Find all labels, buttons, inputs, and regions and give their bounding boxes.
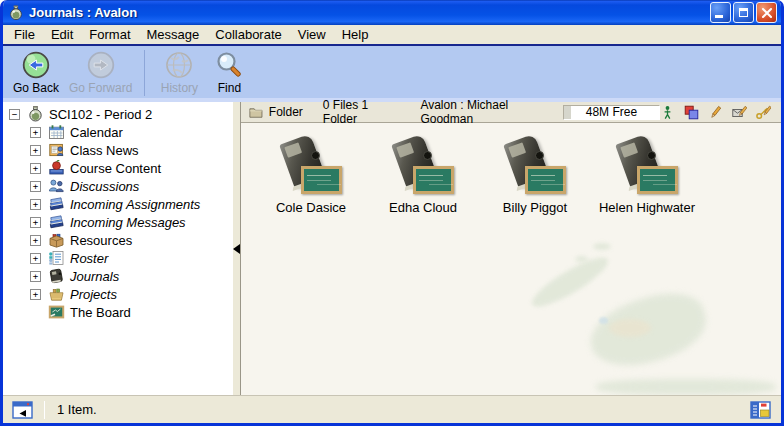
go-forward-button[interactable]: Go Forward (64, 49, 137, 95)
journal-item-billy-piggot[interactable]: Billy Piggot (479, 137, 591, 215)
map-watermark (527, 250, 614, 314)
roster-list-icon (48, 250, 65, 266)
expand-expander[interactable]: + (30, 235, 41, 246)
tree-item-label: Calendar (70, 125, 123, 140)
status-bar: 1 Item. (3, 395, 781, 423)
journal-chalkboard-icon (277, 137, 345, 197)
tree-item-class-news[interactable]: + Class News (30, 141, 233, 159)
journal-item-cole-dasice[interactable]: Cole Dasice (255, 137, 367, 215)
find-label: Find (218, 81, 241, 95)
key-pencil-icon[interactable] (756, 105, 771, 120)
tree-item-label: Incoming Messages (70, 215, 186, 230)
tree-item-calendar[interactable]: + Calendar (30, 123, 233, 141)
history-button[interactable]: History (154, 49, 204, 95)
folder-counts-label: 0 Files 1 Folder (323, 98, 395, 126)
journal-book-icon (48, 268, 65, 284)
expand-expander[interactable]: + (30, 163, 41, 174)
course-tree: − SCI102 - Period 2 + Calendar + Class N… (3, 102, 233, 395)
title-bar[interactable]: Journals : Avalon (3, 0, 781, 25)
expand-expander[interactable]: + (30, 271, 41, 282)
tree-item-roster[interactable]: + Roster (30, 249, 233, 267)
tree-item-label: Resources (70, 233, 132, 248)
menu-collaborate[interactable]: Collaborate (207, 27, 290, 42)
windows-layers-icon[interactable] (684, 105, 699, 120)
flask-icon (8, 5, 24, 21)
app-window: Journals : Avalon File Edit Format Messa… (0, 0, 784, 426)
layout-view-icon[interactable] (750, 401, 772, 419)
menu-format[interactable]: Format (81, 27, 138, 42)
minimize-button[interactable] (710, 2, 731, 23)
history-label: History (161, 81, 198, 95)
mail-pencil-icon[interactable] (732, 105, 747, 120)
tree-root-label: SCI102 - Period 2 (49, 107, 152, 122)
journal-item-edha-cloud[interactable]: Edha Cloud (367, 137, 479, 215)
tree-item-label: Projects (70, 287, 117, 302)
collapse-left-arrow-icon[interactable] (233, 244, 240, 254)
find-button[interactable]: Find (204, 49, 254, 95)
map-watermark (593, 243, 611, 250)
box-icon (48, 232, 65, 248)
tree-item-resources[interactable]: + Resources (30, 231, 233, 249)
go-back-button[interactable]: Go Back (8, 49, 64, 95)
close-icon (761, 7, 773, 19)
journal-chalkboard-icon (613, 137, 681, 197)
toolbar-separator (144, 50, 145, 96)
tree-item-label: Discussions (70, 179, 139, 194)
server-user-label: Avalon : Michael Goodman (420, 98, 544, 126)
books-stack-icon (48, 214, 65, 230)
infobar-actions (660, 105, 771, 120)
menu-edit[interactable]: Edit (43, 27, 81, 42)
tree-item-discussions[interactable]: + Discussions (30, 177, 233, 195)
folder-icon (249, 106, 263, 119)
minimize-icon (715, 15, 723, 18)
folder-type-label: Folder (269, 105, 303, 119)
tree-item-label: Roster (70, 251, 108, 266)
expand-expander[interactable]: + (30, 145, 41, 156)
expand-expander[interactable]: + (30, 289, 41, 300)
tree-item-label: The Board (70, 305, 131, 320)
collapse-expander[interactable]: − (9, 109, 20, 120)
folder-contents-area[interactable]: Cole Dasice Edha Cloud Billy Piggot Hele… (241, 123, 781, 395)
tree-item-label: Course Content (70, 161, 161, 176)
folder-info-bar: Folder 0 Files 1 Folder Avalon : Michael… (241, 102, 781, 123)
find-magnifier-icon (214, 50, 244, 80)
journal-label: Billy Piggot (503, 200, 567, 215)
user-icon[interactable] (660, 105, 675, 120)
tree-item-incoming-messages[interactable]: + Incoming Messages (30, 213, 233, 231)
statusbar-separator (44, 401, 45, 419)
people-icon (48, 178, 65, 194)
tree-item-journals[interactable]: + Journals (30, 267, 233, 285)
expand-expander[interactable]: + (30, 127, 41, 138)
panel-splitter[interactable] (233, 102, 241, 395)
tree-root-sci102[interactable]: − SCI102 - Period 2 (9, 105, 233, 123)
back-arrow-icon (21, 50, 51, 80)
expand-expander[interactable]: + (30, 217, 41, 228)
pencil-icon[interactable] (708, 105, 723, 120)
tree-item-course-content[interactable]: + Course Content (30, 159, 233, 177)
panel-toggle-icon[interactable] (12, 401, 34, 419)
tree-item-projects[interactable]: + Projects (30, 285, 233, 303)
forward-arrow-icon (86, 50, 116, 80)
go-back-label: Go Back (13, 81, 59, 95)
menu-help[interactable]: Help (334, 27, 377, 42)
maximize-button[interactable] (733, 2, 754, 23)
tree-item-the-board[interactable]: The Board (30, 303, 233, 321)
menu-message[interactable]: Message (139, 27, 208, 42)
expand-expander[interactable]: + (30, 181, 41, 192)
window-title: Journals : Avalon (29, 5, 708, 20)
map-watermark (575, 256, 588, 262)
close-button[interactable] (756, 2, 777, 23)
menu-file[interactable]: File (6, 27, 43, 42)
journal-label: Edha Cloud (389, 200, 457, 215)
calendar-icon (48, 124, 65, 140)
journal-chalkboard-icon (501, 137, 569, 197)
maximize-icon (739, 8, 748, 17)
expand-expander[interactable]: + (30, 199, 41, 210)
expand-expander[interactable]: + (30, 253, 41, 264)
flask-icon (27, 106, 44, 122)
tree-item-label: Journals (70, 269, 119, 284)
tree-item-incoming-assignments[interactable]: + Incoming Assignments (30, 195, 233, 213)
journal-item-helen-highwater[interactable]: Helen Highwater (591, 137, 703, 215)
menu-view[interactable]: View (290, 27, 334, 42)
journal-label: Helen Highwater (599, 200, 695, 215)
